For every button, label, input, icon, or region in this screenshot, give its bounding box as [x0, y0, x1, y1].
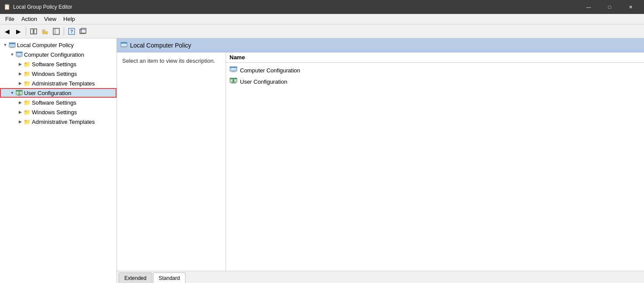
label-admin-templates-user: Administrative Templates	[32, 119, 95, 125]
icon-name-user-configuration	[230, 77, 237, 86]
close-button[interactable]: ✕	[620, 0, 641, 14]
svg-rect-0	[31, 29, 33, 34]
chevron-software-settings-user: ▶	[17, 99, 24, 106]
chevron-local-computer-policy: ▼	[2, 41, 9, 48]
toolbar: ◀ ▶ ↑ ?	[0, 24, 644, 38]
name-item-user-configuration[interactable]: User Configuration	[226, 76, 644, 87]
window-controls: — □ ✕	[579, 0, 641, 14]
tree-item-user-configuration[interactable]: ▼ User Configuration	[0, 88, 116, 98]
svg-rect-19	[17, 57, 21, 58]
svg-rect-31	[230, 67, 237, 68]
chevron-software-settings-comp: ▶	[17, 61, 24, 68]
label-computer-configuration: Computer Configuration	[24, 51, 84, 58]
help-icon: ?	[68, 28, 75, 35]
menu-file[interactable]: File	[2, 15, 18, 23]
name-pane-items: Computer Configuration	[226, 63, 644, 89]
chevron-windows-settings-user: ▶	[17, 109, 24, 116]
svg-rect-20	[18, 53, 20, 55]
icon-admin-templates-user: 📁	[24, 118, 31, 125]
name-pane: Name Computer Co	[226, 52, 644, 271]
forward-button[interactable]: ▶	[13, 26, 24, 37]
chevron-computer-configuration: ▼	[9, 51, 16, 58]
chevron-windows-settings-comp: ▶	[17, 70, 24, 77]
chevron-admin-templates-comp: ▶	[17, 80, 24, 87]
label-user-configuration: User Configuration	[24, 90, 71, 96]
menu-bar: File Action View Help	[0, 14, 644, 24]
menu-help[interactable]: Help	[60, 15, 79, 23]
tab-extended[interactable]: Extended	[119, 273, 152, 283]
svg-rect-25	[17, 95, 21, 96]
right-panel: Local Computer Policy Select an item to …	[117, 38, 644, 283]
icon-name-computer-configuration	[230, 66, 237, 75]
main-layout: ▼ Local Computer Policy ▼	[0, 38, 644, 283]
new-window-button[interactable]	[78, 26, 88, 37]
toolbar-sep-1	[26, 27, 26, 36]
description-text: Select an item to view its description.	[122, 58, 215, 64]
tab-standard[interactable]: Standard	[153, 273, 186, 283]
svg-rect-13	[9, 43, 15, 44]
tree-icon	[30, 28, 37, 35]
label-name-user-configuration: User Configuration	[240, 78, 287, 85]
title-bar: 📋 Local Group Policy Editor — □ ✕	[0, 0, 644, 14]
icon-windows-settings-user: 📁	[24, 109, 31, 116]
up-one-level-button[interactable]: ↑	[40, 26, 50, 37]
svg-rect-15	[10, 48, 14, 48]
menu-view[interactable]: View	[41, 15, 60, 23]
right-header-title: Local Computer Policy	[130, 42, 191, 49]
tree-panel: ▼ Local Computer Policy ▼	[0, 38, 117, 283]
window-icon	[79, 28, 86, 35]
icon-windows-settings-comp: 📁	[24, 70, 31, 77]
label-local-computer-policy: Local Computer Policy	[17, 42, 74, 48]
label-name-computer-configuration: Computer Configuration	[240, 67, 300, 74]
svg-rect-39	[231, 83, 236, 84]
tree-item-software-settings-comp[interactable]: ▶ 📁 Software Settings	[0, 59, 116, 69]
svg-text:↑: ↑	[44, 28, 46, 31]
tree-item-windows-settings-user[interactable]: ▶ 📁 Windows Settings	[0, 107, 116, 117]
app-icon: 📋	[3, 3, 10, 10]
bottom-tabs: Extended Standard	[117, 271, 644, 283]
right-content: Select an item to view its description. …	[117, 52, 644, 271]
svg-rect-27	[121, 42, 127, 44]
svg-rect-24	[18, 95, 21, 95]
tree-item-windows-settings-comp[interactable]: ▶ 📁 Windows Settings	[0, 69, 116, 78]
svg-rect-22	[16, 90, 22, 92]
label-admin-templates-comp: Administrative Templates	[32, 80, 95, 87]
show-hide-tree-button[interactable]	[28, 26, 39, 37]
svg-point-37	[233, 79, 234, 81]
restore-button[interactable]: □	[599, 0, 620, 14]
icon-admin-templates-comp: 📁	[24, 80, 31, 87]
svg-rect-28	[122, 46, 126, 47]
help-button[interactable]: ?	[66, 26, 77, 37]
icon-software-settings-comp: 📁	[24, 61, 31, 68]
label-software-settings-user: Software Settings	[32, 99, 76, 106]
tree-item-admin-templates-user[interactable]: ▶ 📁 Administrative Templates	[0, 117, 116, 126]
svg-rect-34	[232, 68, 234, 69]
description-pane: Select an item to view its description.	[117, 52, 226, 271]
label-windows-settings-comp: Windows Settings	[32, 71, 77, 77]
action-pane-icon	[53, 28, 60, 35]
up-icon: ↑	[41, 28, 48, 35]
svg-rect-17	[16, 52, 22, 53]
tree-item-computer-configuration[interactable]: ▼ Computer Configuration	[0, 50, 116, 59]
chevron-user-configuration: ▼	[9, 89, 16, 96]
chevron-admin-templates-user: ▶	[17, 118, 24, 125]
svg-rect-1	[34, 29, 37, 34]
minimize-button[interactable]: —	[579, 0, 599, 14]
svg-rect-11	[81, 28, 86, 30]
svg-rect-2	[42, 31, 48, 34]
label-software-settings-comp: Software Settings	[32, 61, 76, 68]
toolbar-sep-2	[64, 27, 64, 36]
tree-item-admin-templates-comp[interactable]: ▶ 📁 Administrative Templates	[0, 78, 116, 88]
name-column-header: Name	[226, 52, 644, 63]
menu-action[interactable]: Action	[18, 15, 41, 23]
tree-item-software-settings-user[interactable]: ▶ 📁 Software Settings	[0, 98, 116, 107]
show-hide-action-pane-button[interactable]	[51, 26, 62, 37]
icon-computer-configuration	[16, 51, 23, 58]
name-item-computer-configuration[interactable]: Computer Configuration	[226, 65, 644, 76]
back-button[interactable]: ◀	[2, 26, 12, 37]
svg-rect-18	[18, 56, 21, 57]
svg-rect-38	[232, 82, 235, 83]
tree-item-local-computer-policy[interactable]: ▼ Local Computer Policy	[0, 40, 116, 50]
svg-text:?: ?	[70, 29, 73, 34]
right-header: Local Computer Policy	[117, 38, 644, 52]
